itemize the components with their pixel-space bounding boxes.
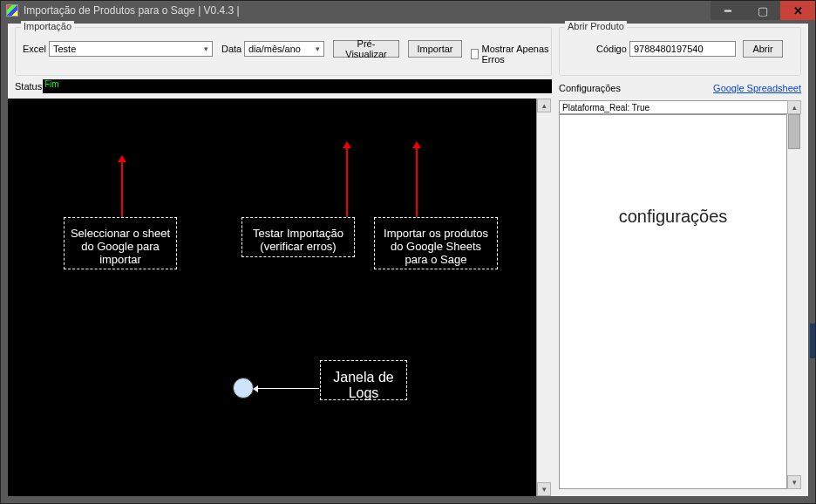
platform-text: Plataforma_Real: True [562, 103, 649, 112]
show-errors-checkbox[interactable] [471, 49, 479, 59]
config-placeholder: configurações [560, 115, 786, 227]
preview-button[interactable]: Pré-Visualizar [333, 40, 399, 58]
maximize-button[interactable]: ▢ [745, 1, 780, 20]
annotation-import: Importar os produtos do Google Sheets pa… [374, 217, 498, 269]
minimize-button[interactable]: ━ [711, 1, 745, 20]
code-input[interactable] [629, 41, 736, 57]
show-errors-label: Mostrar Apenas Erros [481, 44, 551, 65]
scroll-down-icon[interactable]: ▾ [537, 482, 551, 496]
config-panel: configurações [559, 114, 787, 489]
open-product-legend: Abrir Produto [565, 21, 627, 31]
scroll-up-icon[interactable]: ▴ [787, 100, 801, 114]
status-bar: Fim [43, 79, 552, 93]
annotation-arrow-icon [121, 158, 123, 219]
scroll-up-icon[interactable]: ▴ [537, 99, 551, 112]
import-button[interactable]: Importar [408, 40, 462, 58]
date-dropdown[interactable]: dia/mês/ano ▾ [244, 41, 324, 57]
scroll-down-icon[interactable]: ▾ [787, 475, 801, 489]
open-product-group: Abrir Produto Código Abrir [559, 27, 801, 76]
excel-dropdown-value: Teste [53, 44, 76, 54]
import-group-legend: Importação [21, 21, 74, 31]
google-spreadsheet-link[interactable]: Google Spreadsheet [713, 83, 801, 93]
excel-dropdown[interactable]: Teste ▾ [49, 41, 213, 57]
client-area: Importação Excel Teste ▾ Data dia/mês/an… [8, 24, 808, 496]
app-window: Importação de Produtos para o Sage | V0.… [0, 0, 816, 504]
annotation-logs: Janela de Logs [320, 360, 407, 400]
show-errors-checkbox-wrap[interactable]: Mostrar Apenas Erros [471, 44, 551, 65]
date-dropdown-value: dia/mês/ano [248, 44, 301, 54]
config-header-row: Configurações Google Spreadsheet [559, 81, 801, 95]
status-value: Fim [44, 79, 59, 89]
status-label: Status [15, 81, 42, 92]
platform-row[interactable]: Plataforma_Real: True ˄ [559, 100, 801, 114]
config-scrollbar[interactable]: ▴ ▾ [787, 100, 801, 489]
annotation-excel: Seleccionar o sheet do Google para impor… [64, 217, 177, 269]
excel-label: Excel [23, 44, 46, 54]
scrollbar-thumb[interactable] [788, 114, 800, 149]
logs-panel: ▴ ▾ Seleccionar o sheet do Google para i… [8, 99, 550, 496]
code-label: Código [596, 44, 627, 54]
import-group: Importação Excel Teste ▾ Data dia/mês/an… [15, 27, 552, 76]
annotation-preview: Testar Importação (verificar erros) [241, 217, 355, 257]
config-label: Configurações [559, 83, 621, 93]
window-title: Importação de Produtos para o Sage | V0.… [24, 4, 240, 17]
titlebar[interactable]: Importação de Produtos para o Sage | V0.… [1, 1, 815, 20]
annotation-arrow-icon [416, 144, 418, 219]
chevron-down-icon: ▾ [316, 44, 320, 53]
annotation-line-icon [255, 388, 319, 389]
logs-scrollbar[interactable]: ▴ ▾ [536, 99, 550, 496]
chevron-down-icon: ▾ [204, 44, 208, 53]
edge-accent [810, 324, 815, 358]
close-button[interactable]: ✕ [780, 1, 815, 20]
annotation-arrow-icon [346, 144, 348, 219]
app-icon [6, 4, 18, 17]
date-label: Data [221, 44, 241, 54]
window-controls: ━ ▢ ✕ [711, 1, 815, 20]
open-button[interactable]: Abrir [743, 40, 783, 58]
